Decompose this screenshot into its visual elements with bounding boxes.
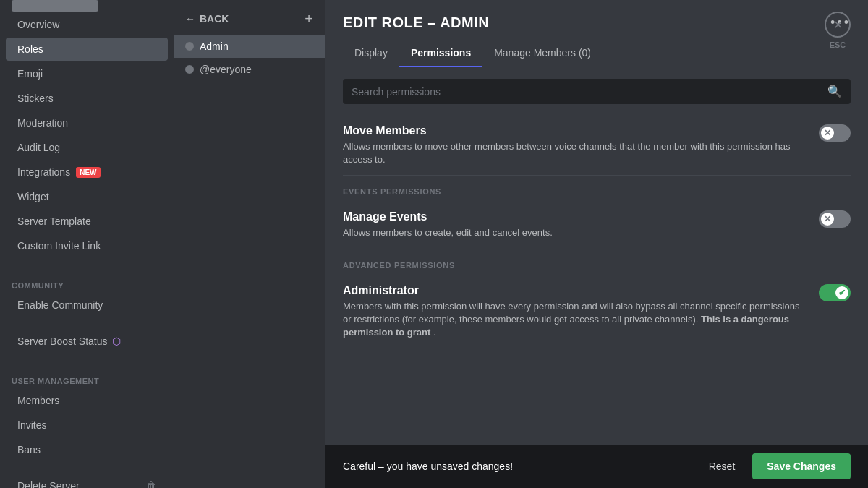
permission-desc: Allows members to create, edit and cance…: [343, 226, 807, 239]
main-content: EDIT ROLE – ADMIN ••• ✕ ESC Display Perm…: [326, 0, 868, 488]
sidebar-item-label: Bans: [17, 444, 41, 455]
reset-button[interactable]: Reset: [700, 455, 744, 478]
sidebar-item-label: Moderation: [17, 117, 68, 129]
back-button[interactable]: ← BACK: [185, 13, 229, 25]
role-label: Admin: [200, 40, 229, 52]
roles-panel: ← BACK + Admin @everyone: [174, 0, 326, 488]
add-role-button[interactable]: +: [305, 12, 313, 26]
tab-manage-members[interactable]: Manage Members (0): [482, 40, 603, 67]
permissions-content: 🔍 Move Members Allows members to move ot…: [326, 67, 868, 488]
tab-permissions[interactable]: Permissions: [399, 40, 482, 67]
sidebar-item-label: Server Template: [17, 215, 91, 227]
server-name-placeholder: [12, 0, 98, 12]
sidebar-item-label: Integrations: [17, 166, 70, 178]
page-title: EDIT ROLE – ADMIN: [343, 14, 489, 31]
esc-button[interactable]: ✕ ESC: [825, 12, 851, 49]
sidebar-item-custom-invite-link[interactable]: Custom Invite Link: [6, 234, 168, 257]
sidebar-item-label: Stickers: [17, 93, 54, 104]
permission-desc: Members with this permission will have e…: [343, 300, 807, 340]
sidebar-item-server-template[interactable]: Server Template: [6, 210, 168, 233]
sidebar-item-label: Audit Log: [17, 142, 60, 153]
sidebar-item-server-boost[interactable]: Server Boost Status ⬡: [6, 330, 168, 353]
sidebar-item-bans[interactable]: Bans: [6, 438, 168, 461]
sidebar-item-enable-community[interactable]: Enable Community: [6, 294, 168, 317]
permission-info: Manage Events Allows members to create, …: [343, 210, 807, 239]
permission-info: Move Members Allows members to move othe…: [343, 124, 807, 166]
sidebar-item-label: Widget: [17, 191, 49, 202]
back-arrow-icon: ←: [185, 13, 195, 25]
permission-move-members: Move Members Allows members to move othe…: [343, 116, 851, 176]
sidebar-item-label: Roles: [17, 43, 43, 55]
toggle-manage-events[interactable]: ✕: [819, 210, 851, 228]
section-label-advanced: ADVANCED PERMISSIONS: [343, 249, 851, 275]
role-color-dot: [185, 65, 194, 74]
sidebar-item-roles[interactable]: Roles: [6, 38, 168, 61]
server-name-bar: [0, 0, 174, 12]
sidebar-item-delete-server[interactable]: Delete Server 🗑: [6, 474, 168, 488]
role-item-admin[interactable]: Admin: [174, 35, 325, 58]
role-color-dot: [185, 42, 194, 51]
bottom-actions: Reset Save Changes: [700, 453, 851, 479]
permission-manage-events: Manage Events Allows members to create, …: [343, 202, 851, 249]
sidebar-item-label: Delete Server: [17, 480, 80, 488]
permission-desc-after: .: [433, 327, 436, 338]
permission-administrator: Administrator Members with this permissi…: [343, 275, 851, 348]
sidebar-item-widget[interactable]: Widget: [6, 185, 168, 208]
sidebar-item-integrations[interactable]: Integrations NEW: [6, 160, 168, 184]
user-management-section-label: USER MANAGEMENT: [0, 365, 174, 388]
role-item-everyone[interactable]: @everyone: [174, 58, 325, 81]
back-label: BACK: [200, 13, 229, 25]
unsaved-warning: Careful – you have unsaved changes!: [343, 461, 513, 472]
tabs-bar: Display Permissions Manage Members (0): [326, 40, 868, 67]
sidebar-item-label: Overview: [17, 19, 59, 30]
main-header: EDIT ROLE – ADMIN •••: [326, 0, 868, 31]
search-bar: 🔍: [343, 79, 851, 104]
sidebar-item-label: Custom Invite Link: [17, 240, 101, 252]
sidebar-item-label: Invites: [17, 419, 46, 431]
permission-desc: Allows members to move other members bet…: [343, 140, 807, 166]
permission-info: Administrator Members with this permissi…: [343, 284, 807, 340]
permission-name: Move Members: [343, 124, 807, 137]
sidebar-item-members[interactable]: Members: [6, 389, 168, 412]
toggle-move-members[interactable]: ✕: [819, 124, 851, 142]
esc-label: ESC: [830, 40, 846, 49]
sidebar-item-invites[interactable]: Invites: [6, 414, 168, 437]
sidebar-item-audit-log[interactable]: Audit Log: [6, 136, 168, 159]
esc-circle-icon: ✕: [825, 12, 851, 38]
sidebar-item-label: Emoji: [17, 68, 43, 80]
new-badge: NEW: [76, 167, 100, 178]
sidebar-item-overview[interactable]: Overview: [6, 13, 168, 36]
save-changes-button[interactable]: Save Changes: [752, 453, 851, 479]
sidebar-item-label: Server Boost Status: [17, 335, 108, 347]
community-section-label: COMMUNITY: [0, 270, 174, 293]
tab-display[interactable]: Display: [343, 40, 399, 67]
trash-icon: 🗑: [146, 480, 156, 488]
boost-icon: ⬡: [112, 335, 121, 347]
sidebar-item-moderation[interactable]: Moderation: [6, 111, 168, 134]
server-sidebar: Overview Roles Emoji Stickers Moderation…: [0, 0, 174, 488]
toggle-administrator[interactable]: ✔: [819, 284, 851, 301]
sidebar-item-label: Members: [17, 395, 59, 406]
permission-name: Administrator: [343, 284, 807, 297]
sidebar-item-emoji[interactable]: Emoji: [6, 62, 168, 85]
permission-name: Manage Events: [343, 210, 807, 223]
sidebar-item-stickers[interactable]: Stickers: [6, 87, 168, 110]
sidebar-item-label: Enable Community: [17, 299, 103, 311]
bottom-bar: Careful – you have unsaved changes! Rese…: [326, 445, 868, 488]
roles-panel-header: ← BACK +: [174, 0, 325, 35]
search-input[interactable]: [352, 86, 822, 98]
role-label: @everyone: [200, 64, 252, 75]
section-label-events: EVENTS PERMISSIONS: [343, 176, 851, 202]
search-icon: 🔍: [827, 85, 842, 98]
